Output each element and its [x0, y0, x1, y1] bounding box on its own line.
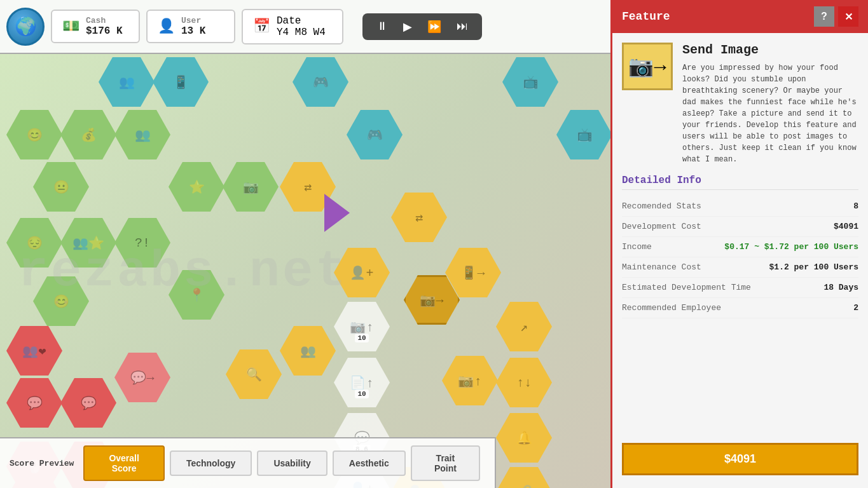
hex-tile[interactable]: ⭐ — [169, 162, 224, 212]
hex-tile[interactable]: 💬→ — [114, 353, 170, 402]
hex-tile[interactable]: 🔗 — [496, 467, 552, 488]
stat-key-1: Development Cost — [622, 222, 701, 231]
hex-tile[interactable]: 👤+ — [334, 248, 390, 297]
cash-value: $176 K — [86, 25, 123, 37]
trait-point-button[interactable]: Trait Point — [411, 445, 480, 481]
hex-tile[interactable]: 📺 — [556, 110, 610, 159]
hex-tile[interactable]: 🔍 — [226, 349, 282, 399]
hex-tile[interactable]: 🔔 — [496, 413, 552, 463]
hex-tile-doc[interactable]: 📄↑ 10 — [334, 358, 390, 407]
hex-tile[interactable]: 😐 — [33, 162, 89, 212]
hex-tile[interactable]: 👥 — [280, 326, 336, 376]
hex-tile[interactable]: 🎮 — [347, 110, 403, 159]
hex-tile[interactable]: 👥⭐ — [60, 218, 116, 268]
cash-label: Cash — [86, 16, 123, 25]
hex-tile[interactable]: 👥 — [114, 110, 170, 159]
hex-label: 10 — [355, 390, 368, 398]
detailed-info-header: Detailed Info — [622, 175, 858, 190]
aesthetic-button[interactable]: Aesthetic — [333, 451, 406, 476]
stat-val-3: $1.2 per 100 Users — [769, 262, 858, 272]
hex-tile[interactable]: 🎮 — [293, 57, 348, 107]
stat-key-0: Recomended Stats — [622, 201, 701, 211]
globe-icon[interactable]: 🌍 — [6, 8, 45, 46]
close-panel-button[interactable]: ✕ — [838, 6, 858, 27]
fast-forward-button[interactable]: ⏩ — [424, 18, 445, 35]
hex-tile[interactable]: ↗ — [496, 302, 552, 351]
feature-description: Are you impressed by how your food looks… — [682, 62, 858, 165]
hex-label: 10 — [355, 334, 368, 342]
stat-row-3: Maintenance Cost $1.2 per 100 Users — [622, 257, 858, 278]
hex-tile[interactable]: ⇄ — [391, 193, 447, 242]
date-box: 📅 Date Y4 M8 W4 — [242, 9, 343, 44]
hex-tile[interactable]: 💰 — [60, 110, 116, 159]
stat-val-2: $0.17 ~ $1.72 per 100 Users — [724, 242, 858, 252]
date-label: Date — [277, 15, 326, 27]
panel-header-buttons: ? ✕ — [814, 6, 858, 27]
user-icon: 👤 — [158, 18, 175, 35]
stat-row-1: Development Cost $4091 — [622, 217, 858, 237]
user-box: 👤 User 13 K — [146, 10, 235, 43]
playback-controls: ⏸ ▶ ⏩ ⏭ — [362, 13, 482, 40]
panel-title: Feature — [622, 10, 670, 23]
score-preview-bar: Score Preview Overall Score Technology U… — [0, 437, 496, 488]
feature-icon-box: 📷→ — [622, 43, 673, 90]
technology-button[interactable]: Technology — [170, 451, 252, 476]
hex-tile[interactable]: 📷 — [223, 162, 279, 212]
score-preview-label: Score Preview — [10, 459, 74, 468]
hex-tile[interactable]: ?! — [114, 218, 170, 268]
play-button[interactable]: ▶ — [399, 18, 416, 35]
hex-tile[interactable]: 👥❤ — [6, 326, 62, 376]
feature-top: 📷→ Send Image Are you impressed by how y… — [622, 43, 858, 165]
stat-row-5: Recommended Employee 2 — [622, 298, 858, 318]
hex-tile[interactable]: 😊 — [33, 276, 89, 326]
stat-val-5: 2 — [853, 303, 858, 313]
hex-tile[interactable]: 😔 — [6, 218, 62, 268]
cash-box: 💵 Cash $176 K — [51, 10, 140, 43]
stat-key-4: Estimated Development Time — [622, 283, 751, 292]
hex-tile[interactable]: 📷↑ — [442, 356, 498, 405]
help-button[interactable]: ? — [814, 6, 834, 27]
feature-panel: Feature ? ✕ 📷→ Send Image Are you impres… — [610, 0, 868, 488]
user-label: User — [181, 16, 205, 25]
stat-row-2: Income $0.17 ~ $1.72 per 100 Users — [622, 237, 858, 257]
stat-val-4: 18 Days — [823, 283, 858, 292]
faster-button[interactable]: ⏭ — [453, 18, 472, 34]
feature-content: 📷→ Send Image Are you impressed by how y… — [612, 33, 868, 430]
feature-header-text: Send Image Are you impressed by how your… — [682, 43, 858, 165]
stat-key-2: Income — [622, 242, 652, 252]
stat-key-5: Recommended Employee — [622, 303, 721, 313]
hex-tile[interactable]: 📺 — [502, 57, 558, 107]
hex-tile-photo-upload[interactable]: 📷↑ 10 — [334, 302, 390, 351]
hex-tile[interactable]: ↑↓ — [496, 358, 552, 407]
usability-button[interactable]: Usability — [257, 451, 327, 476]
hex-tile[interactable]: 👥 — [99, 57, 155, 107]
stat-val-1: $4091 — [834, 222, 858, 231]
feature-title: Send Image — [682, 43, 858, 57]
hex-tile[interactable]: 😊 — [6, 110, 62, 159]
stat-row-0: Recomended Stats 8 — [622, 196, 858, 217]
overall-score-button[interactable]: Overall Score — [83, 445, 164, 481]
date-value: Y4 M8 W4 — [277, 27, 326, 38]
develop-button[interactable]: $4091 — [622, 443, 858, 475]
hex-tile[interactable]: 📍 — [169, 270, 224, 320]
panel-header: Feature ? ✕ — [612, 0, 868, 33]
hex-tile[interactable]: 📱 — [153, 57, 209, 107]
hex-container: rezabs.net 👥 📱 🎮 🎮 📺 📺 😊 💰 👥 😐 ⭐ 📷 😔 👥⭐ … — [0, 54, 610, 488]
calendar-icon: 📅 — [253, 18, 270, 35]
direction-arrow — [324, 194, 350, 232]
stat-val-0: 8 — [853, 201, 858, 211]
stat-key-3: Maintenance Cost — [622, 262, 701, 272]
hex-grid: rezabs.net 👥 📱 🎮 🎮 📺 📺 😊 💰 👥 😐 ⭐ 📷 😔 👥⭐ … — [0, 54, 610, 488]
hex-tile[interactable]: 💬 — [6, 378, 62, 428]
cash-icon: 💵 — [62, 18, 79, 35]
stat-row-4: Estimated Development Time 18 Days — [622, 278, 858, 298]
feature-icon: 📷→ — [628, 54, 666, 79]
pause-button[interactable]: ⏸ — [373, 18, 392, 34]
user-value: 13 K — [181, 25, 205, 37]
hex-tile[interactable]: 💬 — [60, 378, 116, 428]
